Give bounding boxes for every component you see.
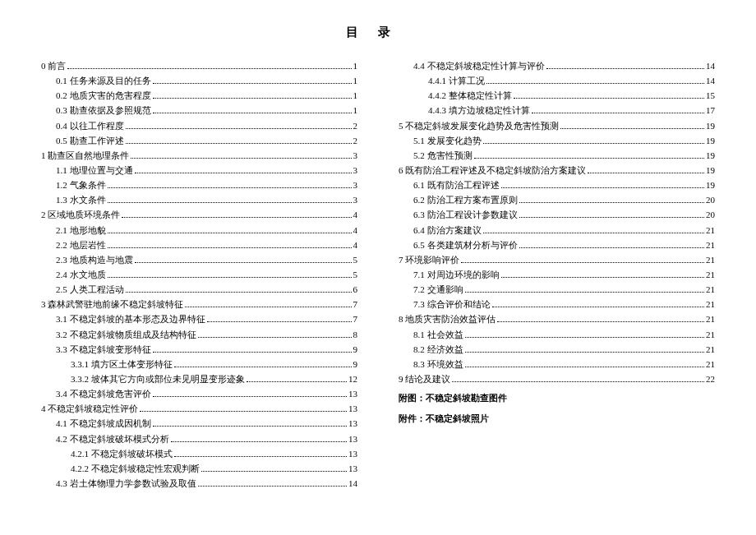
toc-entry-page: 13 (348, 431, 357, 446)
toc-entry-label: 6.5 各类建筑材分析与评价 (413, 238, 518, 252)
toc-leader-dots (153, 352, 352, 353)
toc-leader-dots (465, 352, 705, 353)
toc-entry-page: 19 (706, 118, 715, 133)
toc-column-left: 0 前言10.1 任务来源及目的任务10.2 地质灾害的危害程度10.3 勘查依… (41, 58, 357, 491)
toc-entry: 8.1 社会效益21 (399, 327, 715, 342)
toc-entry-label: 4.1 不稳定斜坡成因机制 (56, 416, 151, 431)
toc-entry: 2 区域地质环境条件4 (41, 207, 357, 222)
toc-leader-dots (153, 83, 352, 84)
toc-entry-label: 2.2 地层岩性 (56, 238, 106, 252)
toc-entry-label: 6.4 防治方案建议 (413, 223, 482, 238)
toc-entry: 4.2.2 不稳定斜坡稳定性宏观判断13 (41, 461, 357, 476)
toc-entry-label: 3.3 不稳定斜坡变形特征 (56, 342, 151, 357)
toc-entry: 0.3 勘查依据及参照规范1 (41, 103, 357, 118)
toc-leader-dots (501, 187, 705, 188)
toc-entry: 6.4 防治方案建议21 (399, 223, 715, 238)
toc-entry: 4.2.1 不稳定斜坡破坏模式13 (41, 446, 357, 461)
toc-entry-label: 7.1 对周边环境的影响 (413, 267, 500, 282)
toc-entry-page: 13 (348, 461, 357, 476)
toc-entry-label: 6.3 防治工程设计参数建议 (413, 207, 518, 222)
toc-entry-label: 2.1 地形地貌 (56, 223, 106, 238)
toc-entry: 5 不稳定斜坡发展变化趋势及危害性预测19 (399, 118, 715, 133)
toc-entry-label: 4.3 岩土体物理力学参数试验及取值 (56, 476, 196, 491)
toc-leader-dots (171, 441, 348, 442)
toc-entry: 8.2 经济效益21 (399, 342, 715, 357)
toc-entry-label: 4 不稳定斜坡稳定性评价 (41, 401, 138, 416)
toc-entry: 3.2 不稳定斜坡物质组成及结构特征8 (41, 327, 357, 342)
toc-entry-page: 21 (706, 297, 715, 311)
toc-entry-label: 0.1 任务来源及目的任务 (56, 73, 151, 88)
toc-entry-page: 9 (353, 357, 358, 371)
toc-leader-dots (135, 262, 352, 263)
toc-entry: 6.3 防治工程设计参数建议20 (399, 207, 715, 222)
toc-leader-dots (483, 143, 705, 144)
toc-leader-dots (126, 143, 352, 144)
toc-leader-dots (108, 277, 352, 278)
toc-entry-label: 8 地质灾害防治效益评估 (399, 311, 496, 326)
toc-entry-label: 4.2.1 不稳定斜坡破坏模式 (71, 446, 173, 461)
toc-entry-label: 6 既有防治工程评述及不稳定斜坡防治方案建议 (399, 163, 586, 178)
toc-entry: 6.2 防治工程方案布置原则20 (399, 192, 715, 207)
toc-entry-label: 5.1 发展变化趋势 (413, 133, 482, 148)
toc-entry-page: 12 (348, 371, 357, 386)
toc-leader-dots (153, 113, 352, 113)
toc-leader-dots (185, 307, 351, 307)
toc-entry-page: 9 (353, 342, 358, 357)
toc-entry: 2.3 地质构造与地震5 (41, 252, 357, 267)
toc-leader-dots (108, 233, 352, 233)
toc-entry: 0 前言1 (41, 58, 357, 73)
toc-entry-page: 4 (353, 238, 358, 252)
toc-entry: 8 地质灾害防治效益评估21 (399, 311, 715, 326)
toc-entry-page: 21 (706, 282, 715, 297)
toc-entry-page: 3 (353, 163, 358, 178)
toc-entry-label: 4.4.3 填方边坡稳定性计算 (428, 103, 530, 118)
toc-entry: 4.3 岩土体物理力学参数试验及取值14 (41, 476, 357, 491)
toc-entry: 7 环境影响评价21 (399, 252, 715, 267)
toc-entry: 3.1 不稳定斜坡的基本形态及边界特征7 (41, 311, 357, 326)
toc-entry-page: 13 (348, 401, 357, 416)
toc-entry-page: 21 (706, 238, 715, 252)
toc-entry-label: 3.3.1 填方区土体变形特征 (71, 357, 173, 371)
toc-entry-label: 0 前言 (41, 58, 66, 73)
toc-entry-page: 17 (706, 103, 715, 118)
toc-entry: 0.5 勘查工作评述2 (41, 133, 357, 148)
toc-entry-page: 1 (353, 58, 358, 73)
toc-leader-dots (501, 277, 705, 278)
toc-leader-dots (122, 217, 351, 218)
toc-entry-page: 1 (353, 73, 358, 88)
toc-entry-page: 19 (706, 163, 715, 178)
toc-entry: 2.2 地层岩性4 (41, 238, 357, 252)
toc-entry-page: 14 (706, 58, 715, 73)
toc-entry: 4 不稳定斜坡稳定性评价13 (41, 401, 357, 416)
toc-entry-label: 4.4.1 计算工况 (428, 73, 485, 88)
toc-entry-label: 4.2.2 不稳定斜坡稳定性宏观判断 (71, 461, 200, 476)
toc-leader-dots (483, 233, 705, 233)
toc-entry: 5.1 发展变化趋势19 (399, 133, 715, 148)
toc-entry: 3.4 不稳定斜坡危害评价13 (41, 386, 357, 401)
toc-entry-label: 2.4 水文地质 (56, 267, 106, 282)
toc-entry-page: 13 (348, 386, 357, 401)
toc-entry: 1.2 气象条件3 (41, 178, 357, 192)
toc-entry: 4.4.1 计算工况14 (399, 73, 715, 88)
toc-leader-dots (519, 217, 705, 218)
toc-leader-dots (126, 292, 352, 293)
toc-entry-label: 0.2 地质灾害的危害程度 (56, 88, 151, 103)
toc-entry-label: 0.5 勘查工作评述 (56, 133, 124, 148)
toc-entry: 2.4 水文地质5 (41, 267, 357, 282)
toc-entry: 0.1 任务来源及目的任务1 (41, 73, 357, 88)
toc-title: 目录 (41, 25, 715, 40)
toc-leader-dots (465, 337, 705, 338)
toc-entry-page: 14 (348, 476, 357, 491)
toc-leader-dots (67, 68, 351, 69)
toc-entry-label: 1.1 地理位置与交通 (56, 163, 133, 178)
toc-leader-dots (461, 262, 704, 263)
toc-entry-label: 7.2 交通影响 (413, 282, 463, 297)
toc-entry-page: 5 (353, 252, 358, 267)
toc-leader-dots (207, 321, 352, 322)
toc-entry-page: 4 (353, 223, 358, 238)
toc-entry: 1.3 水文条件3 (41, 192, 357, 207)
appendix-line: 附图：不稳定斜坡勘查图件 (399, 390, 715, 407)
toc-entry-page: 3 (353, 192, 358, 207)
toc-entry-page: 5 (353, 267, 358, 282)
toc-entry-page: 1 (353, 103, 358, 118)
